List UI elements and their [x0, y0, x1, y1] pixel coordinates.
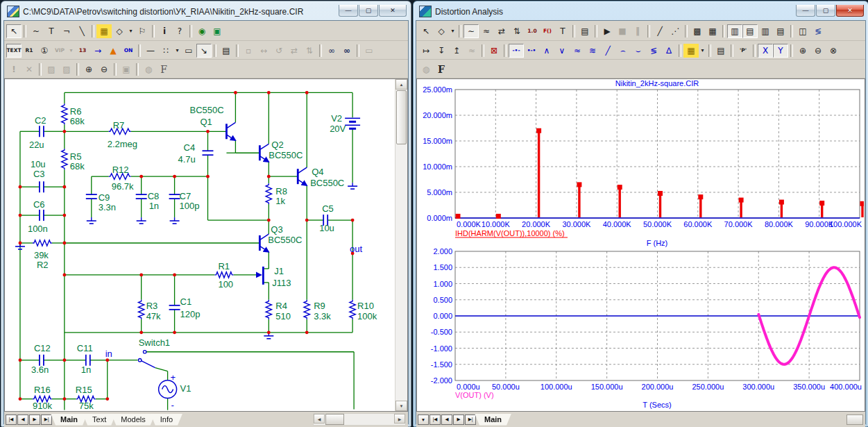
- no-erc-icon[interactable]: ▣: [210, 24, 225, 38]
- harmonic-stem[interactable]: [456, 214, 461, 219]
- tab-text[interactable]: Text: [83, 414, 116, 426]
- horizontal-scroll-thumb[interactable]: [325, 414, 344, 425]
- text-tool-icon[interactable]: T: [44, 24, 59, 38]
- info-mode-icon[interactable]: i: [157, 24, 172, 38]
- scroll-up-button[interactable]: ▲: [395, 79, 407, 90]
- harmonic-stem[interactable]: [658, 191, 663, 217]
- capacitor-symbol[interactable]: [169, 305, 180, 310]
- cursor-next-icon[interactable]: ↦: [418, 44, 434, 58]
- scroll-left-button[interactable]: ◀: [314, 414, 325, 424]
- performance-tag-icon[interactable]: F(): [540, 24, 555, 38]
- nav-last-button[interactable]: ▶|: [465, 415, 476, 425]
- harmonic-stem[interactable]: [536, 128, 541, 217]
- trim-icon[interactable]: ≶: [810, 24, 826, 38]
- shapes-caret-icon[interactable]: ▾: [449, 24, 457, 38]
- valley-icon[interactable]: ∨: [554, 44, 570, 58]
- nav-first-button[interactable]: |◀: [6, 415, 17, 425]
- scope-mode-icon[interactable]: ∼: [463, 24, 479, 38]
- search-repeat-icon[interactable]: ∞: [339, 44, 355, 58]
- capacitor-symbol[interactable]: [86, 194, 97, 199]
- border-toggle[interactable]: ▭: [181, 44, 196, 58]
- tab-list-button[interactable]: ▼: [418, 415, 429, 425]
- harmonic-stem[interactable]: [577, 182, 581, 217]
- shapes-icon[interactable]: ◇: [434, 24, 449, 38]
- resistor-symbol[interactable]: [266, 183, 271, 204]
- enable-region-icon[interactable]: ◉: [194, 24, 210, 38]
- nav-last-button[interactable]: ▶|: [41, 415, 52, 425]
- nav-next-button[interactable]: ▶: [29, 415, 40, 425]
- component-panel-icon[interactable]: ▦: [96, 24, 112, 38]
- y-grid-icon[interactable]: ▤: [742, 24, 758, 38]
- y-minor-grid-icon[interactable]: ▤: [773, 24, 788, 38]
- nav-first-button[interactable]: |◀: [429, 415, 441, 425]
- resistor-symbol[interactable]: [33, 240, 52, 246]
- resistor-symbol[interactable]: [138, 300, 144, 319]
- harmonic-stem[interactable]: [739, 198, 744, 217]
- help-mode-icon[interactable]: ?: [172, 24, 187, 38]
- wire-display-icon[interactable]: —: [143, 44, 158, 58]
- formula-icon[interactable]: F: [156, 62, 171, 76]
- maximize-button[interactable]: ▢: [816, 5, 835, 17]
- current-toggle[interactable]: →: [90, 44, 105, 58]
- analysis-charts[interactable]: Nikitin_2kHz-square.CIR 25.000m20.000m15…: [417, 79, 864, 411]
- zoom-out-icon[interactable]: ⊖: [96, 62, 112, 76]
- scroll-down-button[interactable]: ▼: [395, 401, 407, 411]
- capacitor-symbol[interactable]: [40, 181, 44, 192]
- vertical-scroll-thumb[interactable]: [396, 90, 407, 144]
- tab-info[interactable]: Info: [151, 414, 182, 426]
- grid-toggle[interactable]: ∷: [158, 44, 173, 58]
- tab-models[interactable]: Models: [111, 414, 155, 426]
- zoom-in-icon[interactable]: ⊕: [795, 44, 810, 58]
- ground-symbol[interactable]: [348, 183, 357, 189]
- close-button[interactable]: ✕: [836, 5, 864, 17]
- nav-prev-button[interactable]: ◀: [441, 415, 452, 425]
- condition-toggle[interactable]: ON: [121, 44, 136, 58]
- harmonic-stem[interactable]: [860, 201, 865, 217]
- x-scale-icon[interactable]: X: [758, 44, 773, 58]
- zoom-region-icon[interactable]: ⊗: [826, 44, 841, 58]
- horizontal-scroll-track[interactable]: [345, 414, 394, 425]
- npn-transistor-symbol[interactable]: [259, 144, 269, 162]
- scroll-right-button[interactable]: ▶: [394, 414, 405, 424]
- data-point-left-icon[interactable]: -•-: [509, 44, 524, 58]
- grid-caret-icon[interactable]: ▾: [173, 44, 181, 58]
- shapes-icon[interactable]: ◇: [112, 24, 127, 38]
- analysis-titlebar[interactable]: Distortion Analysis —▢✕: [414, 1, 868, 20]
- resistor-symbol[interactable]: [214, 272, 233, 278]
- capacitor-symbol[interactable]: [40, 126, 44, 137]
- cursor-up-icon[interactable]: ↥: [449, 44, 464, 58]
- schematic-canvas[interactable]: C222u10uC3C6100n39kR2R668kR568kR72.2megR…: [4, 78, 408, 412]
- analysis-scroll-thumb[interactable]: [846, 415, 863, 425]
- schematic-titlebar[interactable]: C:\MC9\DATA\Petrov\switching distortion\…: [1, 1, 411, 20]
- harmonic-stem[interactable]: [496, 214, 501, 219]
- ground-symbol[interactable]: [170, 217, 180, 224]
- y-scale-icon[interactable]: Y: [773, 44, 788, 58]
- harmonic-stem[interactable]: [618, 185, 622, 217]
- nav-prev-button[interactable]: ◀: [17, 415, 28, 425]
- horizontal-tag-icon[interactable]: ⇄: [494, 24, 509, 38]
- switch-symbol[interactable]: [138, 351, 155, 368]
- peak-icon[interactable]: ∧: [539, 44, 554, 58]
- waveform-buffer-icon[interactable]: ▦: [683, 44, 699, 58]
- rise-icon[interactable]: ≈: [570, 44, 585, 58]
- buffer-caret-icon[interactable]: ▾: [699, 44, 706, 58]
- text-display-toggle[interactable]: TEXT: [6, 44, 22, 58]
- jfet-symbol[interactable]: [256, 267, 263, 285]
- harmonic-stem[interactable]: [779, 200, 784, 217]
- battery-symbol[interactable]: [345, 118, 360, 128]
- data-point-right-icon[interactable]: •-•: [524, 44, 539, 58]
- resistor-symbol[interactable]: [266, 300, 271, 319]
- minimize-button[interactable]: —: [796, 5, 815, 17]
- close-button[interactable]: ✕: [379, 5, 407, 17]
- select-tool-icon[interactable]: ↖: [418, 24, 434, 38]
- select-curve-icon[interactable]: ≈: [479, 24, 494, 38]
- npn-transistor-symbol[interactable]: [226, 122, 235, 140]
- plot-pane-icon[interactable]: ◫: [795, 24, 810, 38]
- schematic-horizontal-scrollbar[interactable]: ◀ ▶: [313, 413, 406, 426]
- cursor-down-icon[interactable]: ↧: [434, 44, 449, 58]
- envelope-icon[interactable]: ≶: [646, 44, 661, 58]
- minimize-button[interactable]: —: [339, 5, 358, 17]
- resistor-symbol[interactable]: [304, 300, 309, 319]
- properties-icon[interactable]: ▤: [577, 24, 593, 38]
- crosshair-cursor-icon[interactable]: ↘: [196, 44, 212, 58]
